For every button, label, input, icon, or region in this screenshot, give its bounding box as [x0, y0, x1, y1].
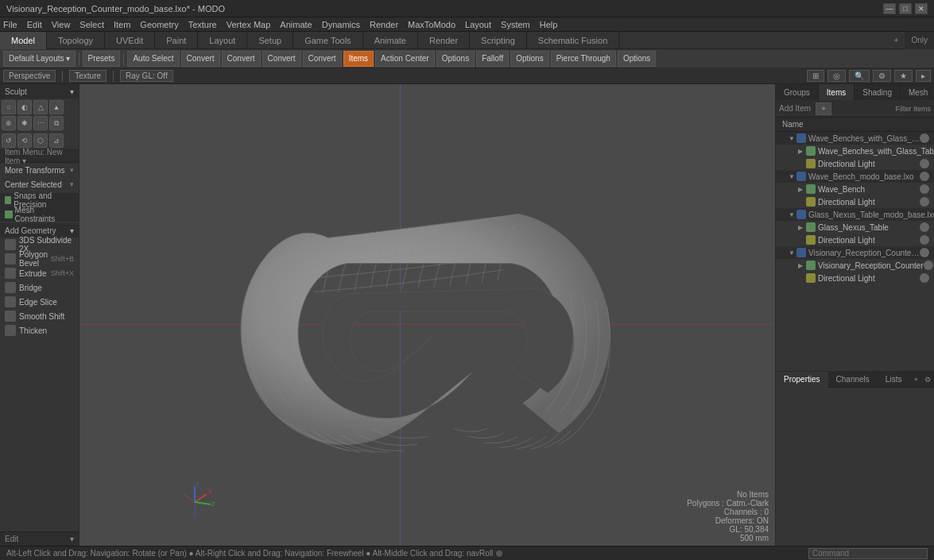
- tool-bridge[interactable]: Bridge: [0, 280, 79, 295]
- menu-geometry[interactable]: Geometry: [140, 20, 178, 29]
- items-button[interactable]: Items: [343, 51, 374, 67]
- tab-render[interactable]: Render: [418, 32, 470, 49]
- only-toggle[interactable]: Only: [905, 32, 934, 49]
- sculpt-icon-1[interactable]: ○: [2, 100, 16, 114]
- vp-icon-3[interactable]: 🔍: [849, 70, 870, 82]
- convert-button-3[interactable]: Convert: [262, 51, 301, 67]
- tool-edge-slice[interactable]: Edge Slice: [0, 295, 79, 309]
- options-button-2[interactable]: Options: [510, 51, 548, 67]
- convert-button-1[interactable]: Convert: [181, 51, 220, 67]
- sculpt-icon-10[interactable]: ⟲: [17, 133, 32, 148]
- tab-scripting[interactable]: Scripting: [470, 32, 527, 49]
- menu-help[interactable]: Help: [540, 20, 558, 29]
- brp-tab-channels[interactable]: Channels: [828, 372, 878, 388]
- eye-icon-6[interactable]: [920, 197, 929, 207]
- sculpt-icon-5[interactable]: ⊕: [2, 116, 16, 130]
- convert-button-4[interactable]: Convert: [303, 51, 342, 67]
- eye-icon-1[interactable]: [920, 133, 929, 143]
- tree-item-7[interactable]: ▼ Glass_Nexus_Table_modo_base.lxo: [776, 208, 934, 221]
- menu-file[interactable]: File: [3, 20, 17, 29]
- eye-icon-9[interactable]: [920, 235, 929, 245]
- eye-icon-3[interactable]: [920, 159, 929, 168]
- viewport[interactable]: No Items Polygons : Catm.-Clark Channels…: [79, 84, 775, 546]
- tool-extrude[interactable]: Extrude Shift+X: [0, 266, 79, 280]
- menu-edit[interactable]: Edit: [27, 20, 42, 29]
- perspective-button[interactable]: Perspective: [3, 70, 56, 82]
- brp-options[interactable]: ⚙: [921, 376, 934, 384]
- options-button-1[interactable]: Options: [436, 51, 475, 67]
- tree-item-2[interactable]: ▶ Wave_Benches_with_Glass_Table: [776, 145, 934, 157]
- eye-icon-11[interactable]: [924, 261, 933, 270]
- tree-item-4[interactable]: ▼ Wave_Bench_modo_base.lxo: [776, 170, 934, 183]
- menu-render[interactable]: Render: [370, 20, 398, 29]
- options-button-3[interactable]: Options: [618, 51, 656, 67]
- add-item-button[interactable]: +: [816, 102, 831, 115]
- minimize-button[interactable]: —: [883, 3, 896, 14]
- vp-icon-4[interactable]: ⚙: [873, 70, 891, 82]
- rp-tab-mesh[interactable]: Mesh: [901, 84, 934, 100]
- texture-button[interactable]: Texture: [69, 70, 107, 82]
- menu-texture[interactable]: Texture: [188, 20, 217, 29]
- expand-arrow-5[interactable]: ▶: [798, 186, 806, 193]
- menu-view[interactable]: View: [52, 20, 71, 29]
- brp-tab-properties[interactable]: Properties: [776, 372, 828, 388]
- mode-tabs-add[interactable]: +: [894, 36, 905, 44]
- convert-button-2[interactable]: Convert: [222, 51, 261, 67]
- vp-icon-2[interactable]: ◎: [827, 70, 846, 82]
- tree-item-11[interactable]: ▶ Visionary_Reception_Counter: [776, 259, 934, 272]
- eye-icon-12[interactable]: [920, 273, 929, 283]
- tool-smooth-shift[interactable]: Smooth Shift: [0, 309, 79, 323]
- sculpt-icon-4[interactable]: ▲: [49, 100, 64, 114]
- pierce-through-button[interactable]: Pierce Through: [551, 51, 616, 67]
- sculpt-icon-8[interactable]: ⧉: [49, 116, 64, 130]
- menu-animate[interactable]: Animate: [280, 20, 312, 29]
- action-center-button[interactable]: Action Center: [375, 51, 435, 67]
- menu-item[interactable]: Item: [114, 20, 130, 29]
- expand-arrow-2[interactable]: ▶: [798, 148, 806, 155]
- tool-thicken[interactable]: Thicken: [0, 323, 79, 338]
- mesh-constraints-header[interactable]: Mesh Constraints: [0, 207, 79, 222]
- auto-select-button[interactable]: Auto Select: [127, 51, 179, 67]
- menu-select[interactable]: Select: [79, 20, 104, 29]
- menu-maxtomodo[interactable]: MaxToModo: [408, 20, 455, 29]
- command-input[interactable]: [808, 548, 928, 559]
- expand-arrow-8[interactable]: ▶: [798, 224, 806, 231]
- expand-arrow-11[interactable]: ▶: [798, 262, 806, 269]
- rp-tab-shading[interactable]: Shading: [855, 84, 901, 100]
- sculpt-icon-3[interactable]: △: [33, 100, 48, 114]
- menu-system[interactable]: System: [501, 20, 530, 29]
- brp-tab-lists[interactable]: Lists: [878, 372, 910, 388]
- tree-item-10[interactable]: ▼ Visionary_Reception_Counter_modo...: [776, 246, 934, 259]
- falloff-button[interactable]: Falloff: [476, 51, 509, 67]
- default-layouts-button[interactable]: Default Layouts▾: [3, 51, 76, 67]
- expand-arrow-10[interactable]: ▼: [789, 249, 796, 257]
- tab-topology[interactable]: Topology: [47, 32, 105, 49]
- tab-animate[interactable]: Animate: [363, 32, 418, 49]
- tree-item-5[interactable]: ▶ Wave_Bench: [776, 183, 934, 195]
- ray-gl-button[interactable]: Ray GL: Off: [120, 70, 173, 82]
- sculpt-icon-6[interactable]: ✱: [17, 116, 32, 130]
- rp-tab-groups[interactable]: Groups: [776, 84, 819, 100]
- sculpt-icon-9[interactable]: ↺: [2, 133, 16, 148]
- expand-arrow-7[interactable]: ▼: [789, 211, 796, 218]
- sculpt-icon-12[interactable]: ⊿: [49, 133, 64, 148]
- sculpt-icon-2[interactable]: ◐: [17, 100, 32, 114]
- presets-button[interactable]: Presets: [83, 51, 121, 67]
- vp-icon-5[interactable]: ★: [894, 70, 913, 82]
- menu-dynamics[interactable]: Dynamics: [322, 20, 360, 29]
- tab-model[interactable]: Model: [0, 32, 47, 49]
- eye-icon-10[interactable]: [920, 248, 929, 257]
- tree-item-1[interactable]: ▼ Wave_Benches_with_Glass_Table_modo_b..…: [776, 132, 934, 145]
- rp-tab-items[interactable]: Items: [819, 84, 855, 100]
- sculpt-icon-7[interactable]: ⋯: [33, 116, 48, 130]
- tree-item-3[interactable]: Directional Light: [776, 157, 934, 170]
- tab-paint[interactable]: Paint: [155, 32, 198, 49]
- brp-expand[interactable]: +: [911, 376, 921, 384]
- menu-vertexmap[interactable]: Vertex Map: [227, 20, 271, 29]
- eye-icon-8[interactable]: [920, 222, 929, 232]
- tree-item-8[interactable]: ▶ Glass_Nexus_Table: [776, 221, 934, 234]
- close-button[interactable]: ✕: [915, 3, 928, 14]
- sculpt-header[interactable]: Sculpt ▾: [0, 84, 79, 98]
- tab-setup[interactable]: Setup: [247, 32, 293, 49]
- tree-item-9[interactable]: Directional Light: [776, 234, 934, 246]
